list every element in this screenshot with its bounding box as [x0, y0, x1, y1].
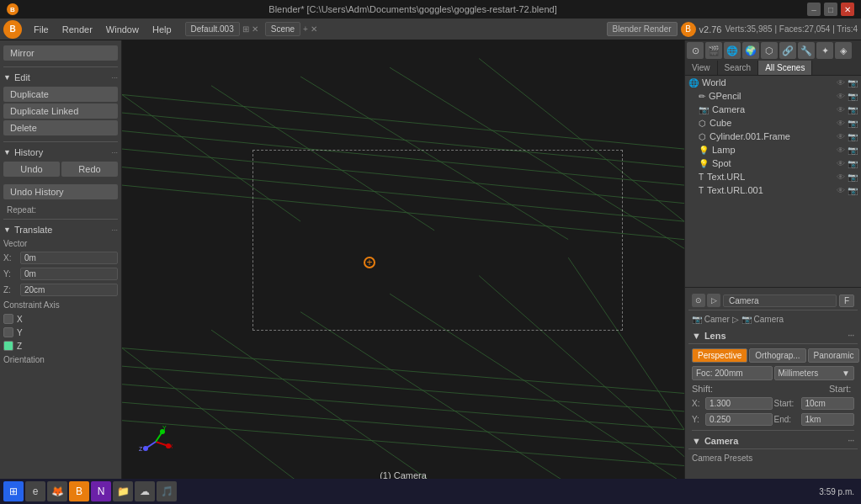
shift-label-row: Shift: Start:: [688, 382, 858, 395]
tree-label-lamp: Lamp: [712, 145, 736, 155]
windows-taskbar: ⊞ e 🦊 B N 📁 ☁ 🎵 3:59 p.m.: [0, 479, 861, 504]
camera-f-key[interactable]: F: [839, 294, 854, 307]
svg-text:Y: Y: [162, 425, 167, 431]
close-button[interactable]: ✕: [841, 3, 854, 16]
viewport-add-button[interactable]: +: [673, 44, 681, 59]
main-area: Mirror ▼ Edit ··· Duplicate Duplicate Li…: [0, 40, 861, 484]
taskbar-other[interactable]: 🎵: [157, 481, 177, 501]
x-shift-field[interactable]: 1.300: [705, 397, 773, 410]
svg-line-19: [300, 312, 568, 484]
y-shift-field[interactable]: 0.250: [705, 413, 773, 426]
shift-label: Shift:: [692, 384, 734, 394]
rt-tab-scene[interactable]: 🌐: [724, 42, 741, 59]
clipping-label: Start:: [829, 384, 854, 394]
menu-window[interactable]: Window: [99, 23, 146, 36]
rt-tab-modifier[interactable]: 🔧: [798, 42, 815, 59]
rt-tab-physics[interactable]: ◈: [835, 42, 852, 59]
menu-render[interactable]: Render: [56, 23, 99, 36]
tree-label-gpencil: GPencil: [709, 91, 741, 101]
y-field[interactable]: 0m: [20, 268, 118, 280]
axis-x-label: X: [17, 315, 23, 324]
focal-unit-selector[interactable]: Millimeters ▼: [774, 366, 855, 380]
start-clipping-group: Start: 10cm: [774, 397, 855, 410]
z-field[interactable]: 20cm: [20, 284, 118, 296]
rt-tab-constraints[interactable]: 🔗: [779, 42, 796, 59]
engine-selector[interactable]: Blender Render: [607, 22, 678, 36]
duplicate-button[interactable]: Duplicate: [3, 87, 118, 102]
redo-button[interactable]: Redo: [61, 162, 118, 177]
axes-svg: X Y Z: [139, 425, 173, 459]
3d-viewport[interactable]: Camera Persp Meters +: [122, 40, 684, 484]
tree-item-texturl[interactable]: T Text.URL 👁 📷: [695, 170, 861, 183]
delete-button[interactable]: Delete: [3, 120, 118, 135]
end-clipping-field[interactable]: 1km: [801, 413, 855, 426]
tree-item-cube[interactable]: ⬡ Cube 👁 📷: [695, 116, 861, 130]
camera-selector[interactable]: Camera: [723, 294, 837, 307]
x-axis-label: X:: [3, 253, 20, 263]
tree-label-camera: Camera: [712, 104, 745, 114]
taskbar-cloud[interactable]: ☁: [135, 481, 155, 501]
mirror-button[interactable]: Mirror: [3, 45, 118, 61]
translate-section-header[interactable]: ▼ Translate ···: [0, 222, 121, 237]
scene-selector[interactable]: Scene: [265, 22, 300, 36]
rt-tab-world[interactable]: 🌍: [742, 42, 759, 59]
tree-item-world[interactable]: 🌐 World 👁 📷: [685, 76, 861, 89]
lens-section-header[interactable]: ▼ Lens ···: [688, 328, 858, 344]
duplicate-linked-button[interactable]: Duplicate Linked: [3, 103, 118, 119]
tree-item-lamp[interactable]: 💡 Lamp 👁 📷: [695, 143, 861, 157]
svg-point-26: [166, 443, 171, 448]
minimize-button[interactable]: –: [807, 3, 821, 16]
taskbar-explorer[interactable]: 📁: [113, 481, 133, 501]
breadcrumb-camera: 📷 Camera: [741, 315, 784, 324]
history-section-header[interactable]: ▼ History ···: [0, 145, 121, 160]
rt-tab-view[interactable]: ⊙: [687, 42, 704, 59]
scene-tab-view[interactable]: View: [685, 61, 718, 75]
panoramic-button[interactable]: Panoramic: [808, 348, 860, 363]
projection-type-group: Perspective Orthograp... Panoramic: [688, 347, 858, 364]
tree-item-camera[interactable]: 📷 Camera 👁 📷: [695, 103, 861, 116]
workspace-selector[interactable]: Default.003: [185, 22, 240, 36]
svg-line-12: [122, 348, 684, 394]
tree-item-gpencil[interactable]: ✏ GPencil 👁 📷: [695, 89, 861, 103]
props-camera-btn2[interactable]: ▷: [707, 294, 720, 307]
focal-length-field[interactable]: Foc: 200mm: [692, 366, 773, 380]
axis-x-checkbox[interactable]: [3, 314, 13, 324]
scene-tab-search[interactable]: Search: [718, 61, 759, 75]
menu-help[interactable]: Help: [146, 23, 178, 36]
right-icon-tabs: ⊙ 🎬 🌐 🌍 ⬡ 🔗 🔧 ✦ ◈: [685, 40, 861, 61]
3d-cursor: [364, 257, 375, 268]
rt-tab-object[interactable]: ⬡: [761, 42, 778, 59]
rt-tab-render[interactable]: 🎬: [705, 42, 722, 59]
undo-button[interactable]: Undo: [3, 162, 60, 177]
world-icon: 🌐: [688, 78, 699, 88]
edit-section-label: Edit: [14, 72, 30, 82]
svg-line-1: [122, 95, 684, 150]
perspective-button[interactable]: Perspective: [692, 348, 747, 363]
tree-item-cylinder[interactable]: ⬡ Cylinder.001.Frame 👁 📷: [695, 130, 861, 143]
edit-section-header[interactable]: ▼ Edit ···: [0, 70, 121, 85]
axis-y-checkbox[interactable]: [3, 327, 13, 337]
props-camera-btn1[interactable]: ⊙: [692, 294, 705, 307]
undo-history-button[interactable]: Undo History: [3, 184, 118, 199]
gpencil-icon: ✏: [699, 92, 705, 101]
menu-file[interactable]: File: [27, 23, 56, 36]
taskbar-blender[interactable]: B: [69, 481, 89, 501]
start-button[interactable]: ⊞: [3, 481, 24, 501]
taskbar-onenote[interactable]: N: [91, 481, 111, 501]
focal-length-row: Foc: 200mm Millimeters ▼: [688, 364, 858, 382]
scene-tab-all-scenes[interactable]: All Scenes: [758, 61, 812, 75]
tree-item-texturl001[interactable]: T Text.URL.001 👁 📷: [695, 183, 861, 197]
maximize-button[interactable]: □: [824, 3, 837, 16]
x-field[interactable]: 0m: [20, 252, 118, 264]
shift-clipping-row: X: 1.300 Start: 10cm: [688, 395, 858, 411]
start-clipping-field[interactable]: 10cm: [801, 397, 855, 410]
taskbar-edge[interactable]: e: [25, 481, 45, 501]
svg-line-18: [211, 330, 434, 484]
camera-section-header[interactable]: ▼ Camera ···: [688, 433, 858, 449]
tree-item-spot[interactable]: 💡 Spot 👁 📷: [695, 157, 861, 170]
orthographic-button[interactable]: Orthograp...: [749, 348, 805, 363]
axis-z-checkbox[interactable]: [3, 341, 13, 351]
taskbar-firefox[interactable]: 🦊: [47, 481, 67, 501]
rt-tab-particles[interactable]: ✦: [816, 42, 833, 59]
axis-z-label: Z: [17, 342, 22, 351]
